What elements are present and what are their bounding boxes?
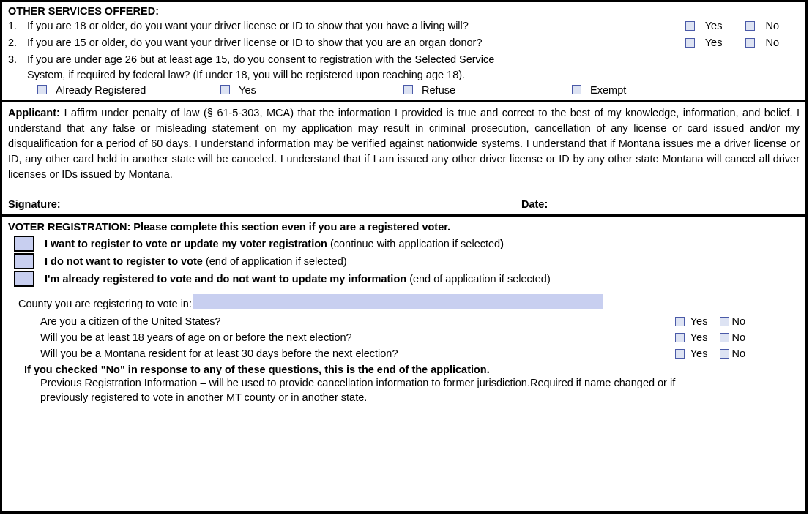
form-page: OTHER SERVICES OFFERED: 1. If you are 18… bbox=[0, 0, 808, 514]
voter-option-2: I do not want to register to vote (end o… bbox=[14, 253, 800, 269]
eq2-yes-checkbox[interactable] bbox=[675, 333, 685, 342]
eq1-yes-checkbox[interactable] bbox=[675, 317, 685, 326]
eq1-yes-label: Yes bbox=[690, 315, 708, 327]
q2-text: If you are 15 or older, do you want your… bbox=[27, 35, 685, 50]
q3-yes-checkbox[interactable] bbox=[220, 85, 230, 94]
voter-opt2-bold: I do not want to register to vote bbox=[45, 255, 206, 267]
other-services-heading: OTHER SERVICES OFFERED: bbox=[8, 5, 800, 17]
eq2-no-label: No bbox=[732, 331, 746, 343]
voter-option-1: I want to register to vote or update my … bbox=[14, 236, 800, 252]
q1-yes-label: Yes bbox=[705, 20, 723, 31]
question-3-row: 3. If you are under age 26 but at least … bbox=[8, 52, 800, 83]
voter-option-3: I'm already registered to vote and do no… bbox=[14, 271, 800, 287]
q2-answers: Yes No bbox=[685, 35, 800, 50]
voter-opt1-paren: ) bbox=[500, 238, 504, 249]
q2-no-checkbox[interactable] bbox=[745, 38, 755, 48]
affirmation-text: Applicant: I affirm under penalty of law… bbox=[8, 105, 800, 185]
q1-text: If you are 18 or older, do you want your… bbox=[27, 18, 685, 34]
q3-refuse-label: Refuse bbox=[422, 84, 455, 96]
signature-label: Signature: bbox=[8, 198, 521, 210]
county-row: County you are registering to vote in: bbox=[18, 294, 800, 309]
affirmation-body: I affirm under penalty of law (§ 61-5-30… bbox=[8, 107, 800, 180]
eq3-yes-label: Yes bbox=[690, 348, 708, 359]
voter-opt3-note: (end of application if selected) bbox=[409, 273, 551, 285]
voter-opt3-bold: I'm already registered to vote and do no… bbox=[45, 273, 409, 285]
voter-section: VOTER REGISTRATION: Please complete this… bbox=[2, 214, 805, 410]
eq2-no-checkbox[interactable] bbox=[720, 333, 729, 342]
q2-yes-checkbox[interactable] bbox=[685, 38, 695, 48]
voter-opt3-text: I'm already registered to vote and do no… bbox=[45, 273, 551, 285]
q1-no-checkbox[interactable] bbox=[745, 21, 755, 31]
q1-yes-checkbox[interactable] bbox=[685, 21, 695, 31]
other-services-section: OTHER SERVICES OFFERED: 1. If you are 18… bbox=[2, 2, 805, 100]
eq3-no-checkbox[interactable] bbox=[720, 349, 729, 359]
eq1-no-checkbox[interactable] bbox=[720, 317, 729, 326]
eligibility-q3-row: Will you be a Montana resident for at le… bbox=[40, 348, 800, 359]
eligibility-q2-row: Will you be at least 18 years of age on … bbox=[40, 331, 800, 343]
q3-line2: System, if required by federal law? (If … bbox=[27, 69, 465, 80]
eq3-no-label: No bbox=[732, 348, 746, 359]
county-label: County you are registering to vote in: bbox=[18, 298, 192, 309]
q2-yes-label: Yes bbox=[705, 37, 723, 48]
q3-already-label: Already Registered bbox=[56, 84, 146, 96]
question-1-row: 1. If you are 18 or older, do you want y… bbox=[8, 18, 800, 34]
q3-already-checkbox[interactable] bbox=[37, 85, 47, 94]
q1-no-label: No bbox=[765, 20, 779, 31]
applicant-label: Applicant: bbox=[8, 107, 60, 119]
eq3-answers: Yes No bbox=[675, 348, 800, 359]
voter-opt2-checkbox[interactable] bbox=[14, 253, 34, 269]
q3-exempt-label: Exempt bbox=[590, 84, 626, 96]
eq1-no-label: No bbox=[732, 315, 746, 327]
county-input[interactable] bbox=[193, 294, 603, 309]
voter-opt1-note: (continue with application if selected bbox=[330, 238, 500, 249]
q3-number: 3. bbox=[8, 52, 27, 67]
q2-no-label: No bbox=[765, 37, 779, 48]
previous-registration-note: Previous Registration Information – will… bbox=[40, 375, 697, 405]
voter-opt3-checkbox[interactable] bbox=[14, 271, 34, 287]
voter-opt1-bold: I want to register to vote or update my … bbox=[45, 238, 330, 249]
eq2-text: Will you be at least 18 years of age on … bbox=[40, 331, 675, 343]
eligibility-q1-row: Are you a citizen of the United States? … bbox=[40, 315, 800, 327]
q1-answers: Yes No bbox=[685, 18, 800, 34]
eq1-text: Are you a citizen of the United States? bbox=[40, 315, 675, 327]
voter-heading: VOTER REGISTRATION: Please complete this… bbox=[8, 221, 800, 233]
eq2-answers: Yes No bbox=[675, 331, 800, 343]
no-end-note: If you checked "No" in response to any o… bbox=[24, 364, 800, 375]
q3-yes-label: Yes bbox=[239, 84, 256, 96]
q1-number: 1. bbox=[8, 18, 27, 34]
q3-options-row: Already Registered Yes Refuse Exempt bbox=[8, 84, 800, 96]
q3-line1: If you are under age 26 but at least age… bbox=[27, 53, 494, 65]
affirmation-section: Applicant: I affirm under penalty of law… bbox=[2, 100, 805, 214]
question-2-row: 2. If you are 15 or older, do you want y… bbox=[8, 35, 800, 50]
eq1-answers: Yes No bbox=[675, 315, 800, 327]
q3-text: If you are under age 26 but at least age… bbox=[27, 52, 690, 83]
q3-exempt-checkbox[interactable] bbox=[572, 85, 581, 94]
voter-opt1-checkbox[interactable] bbox=[14, 236, 34, 252]
date-label: Date: bbox=[521, 198, 800, 210]
q3-refuse-checkbox[interactable] bbox=[403, 85, 413, 94]
eq2-yes-label: Yes bbox=[690, 331, 708, 343]
signature-row: Signature: Date: bbox=[8, 198, 800, 210]
q2-number: 2. bbox=[8, 35, 27, 50]
eq3-yes-checkbox[interactable] bbox=[675, 349, 685, 359]
eq3-text: Will you be a Montana resident for at le… bbox=[40, 348, 675, 359]
voter-opt2-note: (end of application if selected) bbox=[206, 255, 347, 267]
voter-opt1-text: I want to register to vote or update my … bbox=[45, 238, 504, 249]
voter-opt2-text: I do not want to register to vote (end o… bbox=[45, 255, 347, 267]
